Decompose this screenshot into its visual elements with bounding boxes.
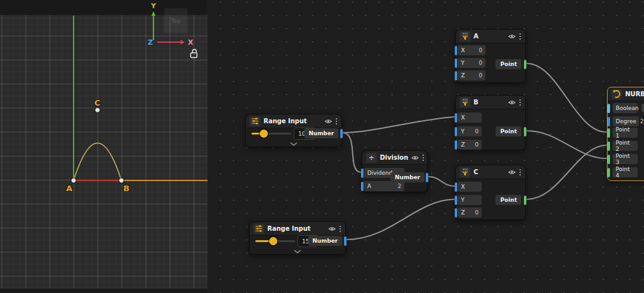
unlock-icon[interactable] <box>189 48 199 59</box>
nurbs-curve-path[interactable] <box>74 143 121 181</box>
node-point-c-header[interactable]: XYZ C <box>456 165 525 179</box>
node-menu-button[interactable] <box>519 169 521 176</box>
gizmo-x-label[interactable]: X <box>188 38 194 47</box>
input-port-boolean[interactable] <box>608 104 610 113</box>
input-value[interactable]: 0 <box>475 47 482 53</box>
output-port-number[interactable] <box>340 129 343 138</box>
output-socket-point[interactable]: Point <box>496 126 521 136</box>
visibility-toggle[interactable] <box>328 226 336 232</box>
input-port-a[interactable] <box>361 182 364 191</box>
input-value[interactable]: 2 <box>394 183 401 189</box>
input-port-y[interactable] <box>455 196 457 205</box>
node-point-b[interactable]: XYZ B X Y 0 Z 0 <box>455 95 526 150</box>
input-socket-boolean[interactable]: Boolean <box>613 103 638 113</box>
input-socket-point2[interactable]: Point 2 <box>613 141 638 151</box>
input-port-y[interactable] <box>455 58 457 68</box>
output-socket-point[interactable]: Point <box>496 59 521 69</box>
node-editor-canvas[interactable]: Range Input 10 Number <box>208 0 644 293</box>
output-port-point[interactable] <box>524 196 526 205</box>
gizmo-y-label[interactable]: Y <box>150 2 157 10</box>
input-port-point3[interactable] <box>608 155 610 164</box>
input-socket-x[interactable]: X 0 <box>458 45 486 55</box>
node-division[interactable]: ÷ Division Dividend A 2 Number <box>362 150 428 192</box>
range-slider[interactable] <box>252 133 291 135</box>
input-socket-z[interactable]: Z 0 <box>458 70 486 80</box>
wire-a-to-nurbs-point1[interactable] <box>527 64 606 132</box>
node-point-b-header[interactable]: XYZ B <box>456 96 525 109</box>
input-value[interactable]: 0 <box>471 209 479 216</box>
gizmo-z-label[interactable]: Z <box>148 38 153 47</box>
visibility-toggle[interactable] <box>325 118 332 124</box>
wire-range1-to-division[interactable] <box>343 133 360 172</box>
output-port-number[interactable] <box>344 236 347 246</box>
input-socket-point4[interactable]: Point 4 <box>613 167 638 177</box>
node-range-input-2-header[interactable]: Range Input <box>250 222 345 236</box>
input-socket-z[interactable]: Z 0 <box>458 207 482 218</box>
output-port-point[interactable] <box>524 60 526 69</box>
range-slider-knob[interactable] <box>269 237 277 245</box>
node-menu-button[interactable] <box>519 33 521 40</box>
node-nurbs-curve-header[interactable]: NURBS Curve <box>608 87 644 101</box>
visibility-toggle[interactable] <box>411 155 419 161</box>
input-value[interactable]: 0 <box>475 72 482 79</box>
node-menu-button[interactable] <box>335 118 338 125</box>
output-port-number[interactable] <box>426 173 428 182</box>
input-socket-degree[interactable]: Degree 2 <box>613 116 639 126</box>
input-value[interactable]: 0 <box>471 141 479 148</box>
input-port-y[interactable] <box>455 127 457 136</box>
input-socket-y[interactable]: Y 0 <box>458 126 482 136</box>
node-point-a[interactable]: XYZ A X 0 Y 0 Z 0 <box>455 29 526 83</box>
node-division-header[interactable]: ÷ Division <box>362 151 427 165</box>
input-port-point4[interactable] <box>608 168 610 177</box>
node-menu-button[interactable] <box>422 154 425 162</box>
output-socket-number[interactable]: Number <box>308 236 342 246</box>
node-point-c[interactable]: XYZ C X Y Z 0 <box>455 165 526 220</box>
wire-range2-to-c-y[interactable] <box>347 199 454 240</box>
input-port-x[interactable] <box>455 46 457 55</box>
wire-range1-to-b-x[interactable] <box>343 117 454 133</box>
input-value[interactable]: 2 <box>636 118 644 124</box>
input-socket-point3[interactable]: Point 3 <box>613 154 638 164</box>
point-c[interactable] <box>95 108 100 113</box>
input-port-z[interactable] <box>455 140 457 150</box>
node-range-input-1-header[interactable]: Range Input <box>246 114 341 128</box>
node-range-input-1[interactable]: Range Input 10 Number <box>245 114 342 147</box>
input-port-degree[interactable] <box>608 117 610 126</box>
input-port-point2[interactable] <box>608 141 610 151</box>
input-port-z[interactable] <box>455 71 457 80</box>
point-b[interactable] <box>119 178 124 183</box>
output-socket-number[interactable]: Number <box>391 172 425 182</box>
range-slider-knob[interactable] <box>260 130 268 138</box>
input-port-x[interactable] <box>455 182 457 192</box>
input-socket-y[interactable]: Y <box>458 195 482 205</box>
input-value[interactable]: 0 <box>475 60 482 66</box>
input-port-point1[interactable] <box>608 128 610 138</box>
output-socket-point[interactable]: Point <box>496 195 521 205</box>
input-socket-z[interactable]: Z 0 <box>458 140 482 150</box>
visibility-toggle[interactable] <box>508 99 516 106</box>
range-slider[interactable] <box>255 240 295 242</box>
wire-b-to-nurbs-point3[interactable] <box>527 131 606 158</box>
collapse-chevron-icon[interactable] <box>294 250 301 253</box>
input-socket-y[interactable]: Y 0 <box>458 58 486 68</box>
node-point-a-header[interactable]: XYZ A <box>456 30 525 43</box>
input-socket-a[interactable]: A 2 <box>364 181 404 191</box>
wire-c-to-nurbs-point2[interactable] <box>527 145 606 199</box>
node-range-input-2[interactable]: Range Input 15 Number <box>249 221 346 255</box>
boolean-checkbox[interactable] <box>641 104 644 112</box>
visibility-toggle[interactable] <box>508 169 516 175</box>
output-port-point[interactable] <box>524 127 526 136</box>
input-socket-x[interactable]: X <box>458 113 482 123</box>
output-socket-number[interactable]: Number <box>304 128 338 138</box>
input-value[interactable]: 0 <box>471 128 479 135</box>
3d-viewport[interactable]: Y Z X Top A B C <box>0 0 208 293</box>
point-a[interactable] <box>71 178 76 183</box>
wire-division-to-c-x[interactable] <box>429 177 454 186</box>
visibility-toggle[interactable] <box>508 33 516 40</box>
collapse-chevron-icon[interactable] <box>290 142 297 146</box>
node-menu-button[interactable] <box>519 99 521 106</box>
node-nurbs-curve[interactable]: NURBS Curve Boolean Degree 2 Point 1 Poi… <box>607 87 644 181</box>
node-menu-button[interactable] <box>339 225 341 233</box>
input-socket-point1[interactable]: Point 1 <box>613 128 638 138</box>
input-port-z[interactable] <box>455 208 457 218</box>
